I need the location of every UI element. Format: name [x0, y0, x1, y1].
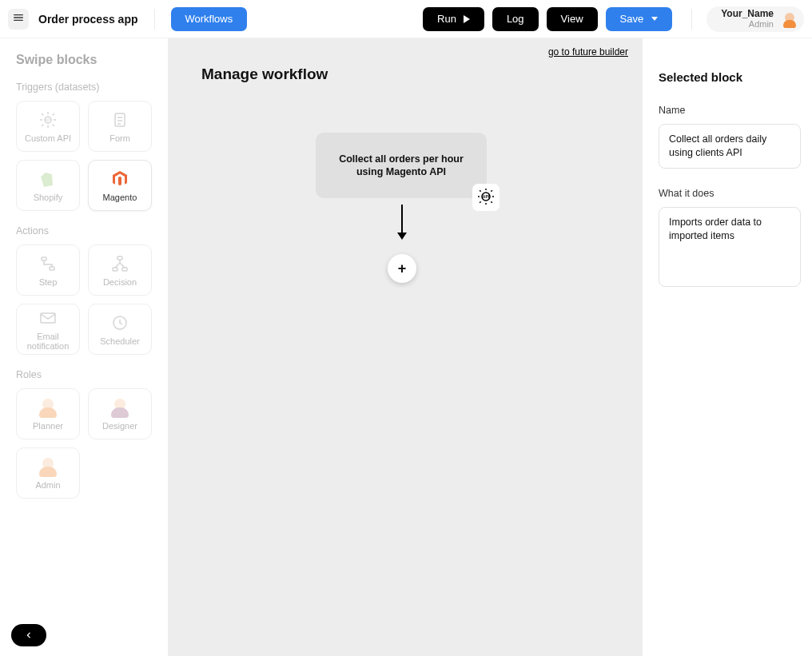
block-email[interactable]: Email notification	[16, 304, 80, 355]
save-label: Save	[620, 13, 644, 25]
avatar-icon	[782, 11, 798, 27]
magento-icon	[109, 169, 130, 189]
block-label: Step	[39, 277, 58, 287]
svg-rect-11	[117, 256, 122, 260]
block-label: Decision	[103, 277, 137, 287]
block-planner[interactable]: Planner	[16, 388, 80, 439]
clock-icon	[109, 312, 130, 333]
run-button[interactable]: Run	[423, 7, 484, 31]
panel-title: Selected block	[659, 70, 801, 84]
form-icon	[109, 109, 130, 130]
svg-rect-13	[122, 268, 127, 271]
step-icon	[38, 253, 58, 274]
block-scheduler[interactable]: Scheduler	[88, 304, 152, 355]
block-step[interactable]: Step	[16, 245, 80, 296]
block-label: Email notification	[17, 332, 79, 351]
name-input[interactable]: Collect all orders daily using clients A…	[659, 124, 801, 169]
description-label: What it does	[659, 188, 801, 199]
log-label: Log	[507, 13, 524, 25]
svg-rect-10	[50, 267, 54, 270]
node-line2: using Magento API	[356, 166, 446, 177]
node-type-badge: API	[472, 184, 500, 211]
block-label: Scheduler	[100, 336, 140, 346]
block-label: Custom API	[25, 133, 71, 143]
svg-rect-9	[42, 257, 46, 260]
svg-text:API: API	[45, 117, 51, 122]
block-decision[interactable]: Decision	[88, 245, 152, 296]
workflow-node[interactable]: Collect all orders per hour using Magent…	[316, 133, 487, 198]
api-gear-icon: API	[476, 187, 496, 209]
block-custom-api[interactable]: API Custom API	[16, 101, 80, 152]
canvas-title: Manage workflow	[201, 66, 328, 83]
svg-rect-14	[41, 313, 55, 323]
view-button[interactable]: View	[547, 7, 598, 31]
workflows-label: Workflows	[185, 13, 233, 25]
email-icon	[38, 308, 58, 328]
blocks-sidebar: Swipe blocks Triggers (datasets) API Cus…	[0, 38, 168, 656]
svg-rect-12	[113, 268, 117, 271]
chevron-left-icon	[25, 630, 33, 642]
add-node-button[interactable]: +	[388, 254, 416, 283]
user-menu[interactable]: Your_Name Admin	[707, 6, 804, 32]
block-label: Planner	[33, 421, 63, 431]
workflows-button[interactable]: Workflows	[171, 7, 248, 31]
node-text: Collect all orders per hour using Magent…	[339, 153, 464, 179]
plus-icon: +	[398, 260, 407, 277]
app-title: Order process app	[38, 13, 138, 26]
block-label: Shopify	[34, 193, 63, 202]
description-input[interactable]: Imports order data to imported items	[659, 207, 801, 287]
block-designer[interactable]: Designer	[88, 388, 152, 439]
future-builder-link[interactable]: go to future builder	[548, 46, 628, 58]
decision-icon	[109, 253, 130, 274]
node-line1: Collect all orders per hour	[339, 153, 464, 165]
planner-avatar-icon	[38, 397, 58, 418]
connector-arrow	[399, 205, 405, 240]
block-label: Form	[109, 133, 130, 143]
run-label: Run	[437, 13, 456, 25]
api-gear-icon: API	[38, 109, 58, 130]
block-form[interactable]: Form	[88, 101, 152, 152]
section-label-roles: Roles	[16, 369, 157, 380]
header-actions: Run Log View Save	[423, 7, 672, 31]
block-admin[interactable]: Admin	[16, 447, 80, 499]
user-role: Admin	[721, 19, 774, 29]
section-label-triggers: Triggers (datasets)	[16, 82, 157, 93]
hamburger-icon	[12, 11, 25, 26]
name-label: Name	[659, 105, 801, 116]
view-label: View	[561, 13, 583, 25]
shopify-icon	[38, 169, 58, 189]
log-button[interactable]: Log	[492, 7, 539, 31]
app-header: Order process app Workflows Run Log View…	[0, 0, 812, 38]
designer-avatar-icon	[109, 397, 130, 418]
admin-avatar-icon	[38, 456, 58, 477]
block-label: Magento	[103, 193, 137, 202]
section-label-actions: Actions	[16, 225, 157, 237]
divider	[691, 9, 692, 30]
properties-panel: Selected block Name Collect all orders d…	[643, 38, 812, 656]
block-magento[interactable]: Magento	[88, 160, 152, 211]
collapse-sidebar-button[interactable]	[11, 624, 46, 646]
svg-text:API: API	[483, 194, 490, 199]
arrow-down-icon	[397, 233, 407, 240]
save-button[interactable]: Save	[606, 7, 673, 31]
user-name: Your_Name	[721, 9, 774, 19]
play-icon	[464, 15, 470, 23]
chevron-down-icon	[651, 17, 658, 21]
menu-button[interactable]	[8, 9, 29, 30]
divider	[154, 9, 155, 30]
block-shopify[interactable]: Shopify	[16, 160, 80, 211]
block-label: Designer	[102, 421, 137, 431]
block-label: Admin	[35, 480, 60, 490]
workflow-canvas[interactable]: Manage workflow go to future builder Col…	[168, 38, 643, 656]
sidebar-title: Swipe blocks	[16, 53, 157, 67]
user-texts: Your_Name Admin	[721, 9, 774, 29]
